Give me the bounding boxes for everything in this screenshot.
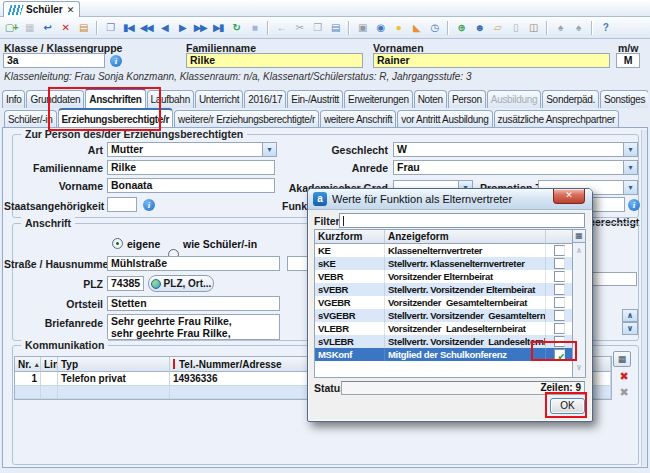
dialog-row-VLEBR[interactable]: VLEBRVorsitzender Landeselternbeirat <box>315 322 572 335</box>
tab-sonstiges[interactable]: Sonstiges <box>600 90 648 108</box>
tab-person[interactable]: Person <box>448 90 486 108</box>
help-icon[interactable]: ? <box>597 20 613 36</box>
funktion-info-icon[interactable]: i <box>628 199 640 211</box>
briefanrede-spin-up-icon[interactable]: ∧ <box>622 309 638 322</box>
komm-cell-r2c3[interactable] <box>58 386 170 399</box>
radio-eigene[interactable] <box>112 238 123 249</box>
document-tab-schueler[interactable]: Schüler ✕ <box>3 1 80 17</box>
promotion-dropdown-icon[interactable]: ▾ <box>623 181 637 194</box>
dialog-row-sVGEBR[interactable]: sVGEBRStellvertr. Vorsitzender Gesamtelt… <box>315 309 572 322</box>
vornamen-field[interactable]: Rainer <box>373 53 610 68</box>
mw-field[interactable]: M <box>616 53 640 68</box>
tab-noten[interactable]: Noten <box>414 90 447 108</box>
subtab-weitere-r-erziehungsberechtigte-r[interactable]: weitere/r Erziehungsberechtigte/r <box>174 110 319 128</box>
tab-2016-17[interactable]: 2016/17 <box>244 90 286 108</box>
nav-first-icon[interactable]: ▮◀ <box>120 20 136 36</box>
back-arrow-icon[interactable]: ← <box>273 20 289 36</box>
komm-header-typ[interactable]: Typ <box>58 357 170 372</box>
duplicate-window-icon[interactable]: ❐ <box>102 20 118 36</box>
id-card-icon[interactable]: ◫ <box>525 20 541 36</box>
copy-icon[interactable]: ❐ <box>309 20 325 36</box>
dialog-close-button[interactable]: ✕ <box>553 189 585 204</box>
anrede-dropdown-icon[interactable]: ▾ <box>623 161 637 174</box>
new-record-icon[interactable]: ▢+ <box>3 20 19 36</box>
anrede-dropdown[interactable]: Frau ▾ <box>393 160 638 175</box>
briefanrede-spin-down-icon[interactable]: ∨ <box>622 322 638 335</box>
export-folder-icon[interactable]: ▱ <box>489 20 505 36</box>
geschlecht-dropdown-icon[interactable]: ▾ <box>623 143 637 156</box>
komm-header-nr[interactable]: Nr.▲ <box>15 357 41 372</box>
edit-table-icon[interactable]: ▤ <box>75 20 91 36</box>
komm-cell-r1c2[interactable] <box>41 372 58 386</box>
stop-icon[interactable]: ■ <box>246 20 262 36</box>
ortsteil-field[interactable]: Stetten <box>107 296 280 311</box>
refresh-icon[interactable]: ↻ <box>228 20 244 36</box>
checkbox-unchecked[interactable] <box>554 245 565 256</box>
dialog-row-VEBR[interactable]: VEBRVorsitzender Elternbeirat <box>315 270 572 283</box>
dialog-header-anzeigeform[interactable]: Anzeigeform <box>385 230 546 244</box>
tab-sonderp-d[interactable]: Sonderpäd. <box>542 90 599 108</box>
paste-icon[interactable]: ▤ <box>327 20 343 36</box>
staat-field[interactable] <box>107 197 137 212</box>
tab-laufbahn[interactable]: Laufbahn <box>147 90 194 108</box>
dialog-header-kurzform[interactable]: Kurzform <box>315 230 385 244</box>
cut-icon[interactable]: ✂ <box>291 20 307 36</box>
strasse-field[interactable]: Mühlstraße <box>107 256 280 271</box>
tab-unterricht[interactable]: Unterricht <box>195 90 243 108</box>
dialog-row-KE[interactable]: KEKlassenelternvertreter <box>315 244 572 257</box>
tab-info[interactable]: Info <box>2 90 25 108</box>
dialog-column-select-icon[interactable]: ▦ <box>573 230 585 243</box>
klasse-info-icon[interactable]: i <box>110 55 122 67</box>
subtab-vor-antritt-ausbildung[interactable]: vor Antritt Ausbildung <box>397 110 492 128</box>
komm-delete-row-icon[interactable]: ✖ <box>616 369 632 383</box>
nav-fast-next-icon[interactable]: ▶▶ <box>192 20 208 36</box>
ok-button[interactable]: OK <box>550 398 585 414</box>
nav-next-icon[interactable]: ▶ <box>174 20 190 36</box>
checkbox-unchecked[interactable] <box>554 297 565 308</box>
familienname-header-field[interactable]: Rilke <box>186 53 363 68</box>
scroll-down-icon[interactable]: ∨ <box>574 363 584 372</box>
nav-prev-icon[interactable]: ◀ <box>156 20 172 36</box>
student-icon[interactable]: ☻ <box>471 20 487 36</box>
komm-cell-r1c1[interactable]: 1 <box>15 372 41 386</box>
delete-record-icon[interactable]: ✕ <box>57 20 73 36</box>
undo-icon[interactable]: ↩ <box>39 20 55 36</box>
print-icon[interactable]: ▣ <box>354 20 370 36</box>
dialog-row-sVLEBR[interactable]: sVLEBRStellvertr. Vorsitzender Landeselt… <box>315 335 572 348</box>
dialog-scrollbar[interactable]: ▦ ∧ ∨ <box>572 229 586 378</box>
komm-cell-r2c1[interactable] <box>15 386 41 399</box>
subtab-weitere-anschrift[interactable]: weitere Anschrift <box>320 110 396 128</box>
scroll-up-icon[interactable]: ∧ <box>574 246 584 255</box>
plz-field[interactable]: 74385 <box>107 276 144 291</box>
filter-input[interactable] <box>339 213 585 228</box>
tab-erweiterungen[interactable]: Erweiterungen <box>344 90 413 108</box>
tab-grunddaten[interactable]: Grunddaten <box>26 90 84 108</box>
subtab-sch-ler-in[interactable]: Schüler/-in <box>4 110 57 128</box>
dialog-row-sKE[interactable]: sKEStellvertr. Klassenelternvertreter <box>315 257 572 270</box>
komm-cell-r1c3[interactable]: Telefon privat <box>58 372 170 386</box>
komm-column-select-icon[interactable]: ▦ <box>613 351 631 367</box>
tree-icon[interactable]: ♠ <box>552 20 568 36</box>
checkbox-unchecked[interactable] <box>554 336 565 347</box>
hint-lightbulb-icon[interactable]: ● <box>390 20 406 36</box>
dialog-row-VGEBR[interactable]: VGEBRVorsitzender Gesamtelternbeirat <box>315 296 572 309</box>
tree2-icon[interactable]: ♠ <box>570 20 586 36</box>
subtab-zus-tzliche-ansprechpartner[interactable]: zusätzliche Ansprechpartner <box>494 110 620 128</box>
preview-eye-icon[interactable]: ◉ <box>372 20 388 36</box>
reminder-clock-icon[interactable]: ◷ <box>426 20 442 36</box>
subtab-erziehungsberechtigte-r[interactable]: Erziehungsberechtigte/r <box>58 108 174 128</box>
dialog-row-sVEBR[interactable]: sVEBRStellvertr. Vorsitzender Elternbeir… <box>315 283 572 296</box>
tab-ein-austritt[interactable]: Ein-/Austritt <box>287 90 343 108</box>
tab-close-icon[interactable]: ✕ <box>67 5 75 15</box>
checkbox-unchecked[interactable] <box>554 271 565 282</box>
komm-clear-row-icon[interactable]: ✖ <box>616 385 632 399</box>
checkbox-unchecked[interactable] <box>554 284 565 295</box>
dialog-row-MSKonf[interactable]: MSKonfMitglied der Schulkonferenz✔ <box>315 348 572 361</box>
komm-header-link[interactable]: Link <box>41 357 58 372</box>
checkbox-unchecked[interactable] <box>554 258 565 269</box>
checkbox-checked[interactable]: ✔ <box>554 349 565 360</box>
nav-last-icon[interactable]: ▶▮ <box>210 20 226 36</box>
geschlecht-dropdown[interactable]: W ▾ <box>393 142 638 157</box>
web-sync-icon[interactable]: ⊕ <box>453 20 469 36</box>
checkbox-unchecked[interactable] <box>554 310 565 321</box>
